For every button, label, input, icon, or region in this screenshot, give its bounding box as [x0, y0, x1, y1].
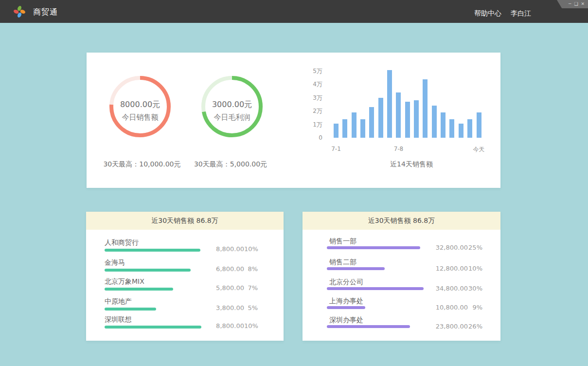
- today-summary-card: 8000.00元 今日销售额 30天最高：10,000.00元 3000.00元…: [87, 53, 500, 188]
- window-controls: ─ ❑ ✕: [557, 0, 588, 8]
- customer-row: 北京万象MIX5,800.007%: [86, 277, 284, 297]
- daily-sales-bar: [477, 112, 481, 138]
- bar-chart-bars: [334, 65, 485, 138]
- daily-sales-bar: [396, 92, 401, 138]
- app-title: 商贸通: [33, 7, 58, 18]
- daily-sales-bar: [369, 107, 374, 138]
- amount-text: 34,800.00: [390, 285, 468, 292]
- percent-text: 10%: [468, 265, 482, 272]
- bar-chart-title: 近14天销售额: [358, 160, 465, 169]
- y-tick-label: 5万: [301, 67, 322, 75]
- daily-sales-bar: [423, 79, 428, 138]
- today-profit-label: 今日毛利润: [191, 114, 273, 121]
- customer-progress-bar: [105, 288, 173, 291]
- customer-name: 人和商贸行: [105, 238, 139, 247]
- dept-rank-title: 近30天销售额 86.8万: [303, 212, 500, 230]
- amount-text: 12,800.00: [390, 265, 468, 272]
- y-tick-label: 2万: [301, 107, 322, 115]
- daily-sales-bar: [405, 102, 410, 138]
- dept-value: 12,800.0010%: [390, 265, 482, 272]
- daily-sales-bar: [342, 119, 347, 138]
- dept-value: 10,800.009%: [390, 304, 482, 311]
- profit-30d-max-caption: 30天最高：5,000.00元: [177, 160, 284, 169]
- dept-progress-bar: [327, 267, 385, 270]
- dept-value: 32,800.0025%: [390, 244, 482, 251]
- percent-text: 25%: [468, 244, 482, 251]
- x-tick-label: 7-1: [321, 146, 351, 152]
- minimize-icon[interactable]: ─: [569, 2, 571, 6]
- customer-name: 中原地产: [105, 297, 132, 306]
- current-user-link[interactable]: 李白江: [511, 9, 531, 18]
- daily-sales-bar: [459, 124, 463, 138]
- daily-sales-bar: [467, 119, 472, 138]
- x-tick-label: 7-8: [384, 146, 413, 152]
- amount-text: 8,800.00: [170, 322, 244, 329]
- app-window: 商贸通 帮助中心 李白江 ─ ❑ ✕ 8000.00元 今日销售额 30天最高：…: [0, 0, 588, 366]
- amount-text: 5,800.00: [170, 284, 244, 292]
- customer-value: 3,800.005%: [170, 304, 258, 311]
- dept-name: 销售一部: [329, 237, 356, 246]
- daily-sales-bar: [449, 119, 454, 138]
- customer-value: 8,800.0010%: [170, 245, 258, 253]
- customer-row: 人和商贸行8,800.0010%: [86, 238, 284, 258]
- customer-value: 6,800.008%: [170, 265, 258, 273]
- dept-row: 北京分公司34,800.0030%: [303, 278, 500, 297]
- today-sales-value: 8000.00元: [99, 100, 181, 109]
- help-center-link[interactable]: 帮助中心: [474, 9, 501, 18]
- daily-sales-bar: [378, 98, 383, 138]
- amount-text: 23,800.00: [390, 323, 468, 330]
- amount-text: 10,800.00: [390, 304, 468, 311]
- pinwheel-logo-icon: [13, 5, 26, 18]
- dept-name: 北京分公司: [329, 278, 363, 287]
- customer-value: 5,800.007%: [170, 284, 258, 292]
- amount-text: 32,800.00: [390, 244, 468, 251]
- today-profit-value: 3000.00元: [191, 100, 273, 109]
- daily-sales-bar: [360, 119, 365, 138]
- customer-rank-card: 近30天销售额 86.8万 人和商贸行8,800.0010%金海马6,800.0…: [86, 212, 284, 341]
- today-profit-summary: 3000.00元 今日毛利润: [191, 100, 273, 121]
- y-tick-label: 3万: [301, 94, 322, 102]
- daily-sales-bar: [441, 112, 445, 138]
- y-tick-label: 1万: [301, 121, 322, 128]
- customer-row: 金海马6,800.008%: [86, 258, 284, 278]
- dept-rank-list: 销售一部32,800.0025%销售二部12,800.0010%北京分公司34,…: [303, 230, 500, 341]
- percent-text: 10%: [244, 322, 258, 329]
- today-sales-summary: 8000.00元 今日销售额: [99, 100, 181, 121]
- dept-name: 深圳办事处: [329, 316, 363, 325]
- customer-value: 8,800.0010%: [170, 322, 258, 329]
- amount-text: 3,800.00: [170, 304, 244, 311]
- dept-progress-bar: [327, 306, 365, 309]
- percent-text: 26%: [468, 323, 482, 330]
- percent-text: 9%: [468, 304, 482, 311]
- dept-row: 深圳办事处23,800.0026%: [303, 316, 500, 335]
- customer-name: 金海马: [105, 258, 125, 267]
- percent-text: 10%: [244, 245, 258, 253]
- customer-row: 中原地产3,800.005%: [86, 297, 284, 317]
- customer-progress-bar: [105, 308, 156, 311]
- y-tick-label: 0: [301, 134, 322, 142]
- today-sales-label: 今日销售额: [99, 114, 181, 121]
- daily-sales-bar: [387, 70, 392, 138]
- close-icon[interactable]: ✕: [581, 2, 585, 6]
- dept-row: 销售二部12,800.0010%: [303, 258, 500, 277]
- daily-sales-bar: [334, 124, 339, 138]
- amount-text: 6,800.00: [170, 265, 244, 273]
- daily-sales-bar: [352, 112, 356, 138]
- dept-rank-card: 近30天销售额 86.8万 销售一部32,800.0025%销售二部12,800…: [303, 212, 500, 341]
- percent-text: 8%: [244, 265, 258, 273]
- dept-value: 23,800.0026%: [390, 323, 482, 330]
- customer-name: 深圳联想: [105, 315, 132, 324]
- customer-row: 深圳联想8,800.0010%: [86, 315, 284, 335]
- maximize-icon[interactable]: ❑: [574, 2, 578, 6]
- daily-sales-bar: [414, 100, 419, 138]
- daily-sales-bar: [432, 106, 437, 138]
- percent-text: 5%: [244, 304, 258, 311]
- dept-row: 上海办事处10,800.009%: [303, 297, 500, 316]
- titlebar: 商贸通 帮助中心 李白江 ─ ❑ ✕: [0, 0, 588, 23]
- amount-text: 8,800.00: [170, 245, 244, 253]
- y-tick-label: 4万: [301, 80, 322, 88]
- x-tick-label: 今天: [464, 146, 494, 154]
- customer-rank-list: 人和商贸行8,800.0010%金海马6,800.008%北京万象MIX5,80…: [86, 230, 284, 341]
- percent-text: 7%: [244, 284, 258, 292]
- dept-value: 34,800.0030%: [390, 285, 482, 292]
